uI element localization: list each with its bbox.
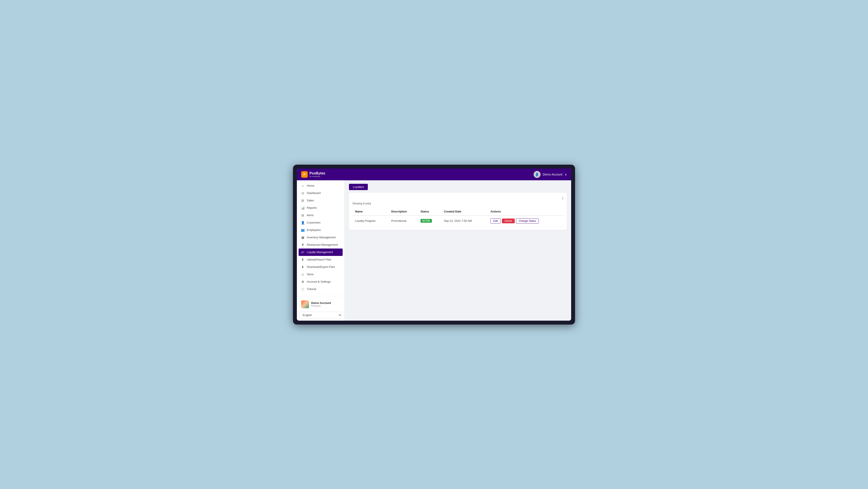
sidebar-item-download[interactable]: ⬇ Download/Export Files <box>297 263 344 271</box>
sidebar-label-home: Home <box>307 184 314 187</box>
col-status: Status <box>418 208 441 215</box>
home-icon: ⌂ <box>301 184 305 188</box>
edit-button[interactable]: Edit <box>490 218 501 224</box>
account-icon: ⚙ <box>301 280 305 284</box>
upload-icon: ⬆ <box>301 258 305 261</box>
sidebar-item-loyalty[interactable]: 🏷 Loyalty Management <box>299 249 343 256</box>
cell-actions: Edit Delete Change Status <box>488 215 563 226</box>
screen-wrapper: P PosBytes for everyone 👤 Demo Account ∨… <box>293 165 575 324</box>
actions-cell: Edit Delete Change Status <box>490 218 561 224</box>
restaurant-icon: ⁋ <box>301 243 305 247</box>
reports-icon: 📊 <box>301 206 305 210</box>
sidebar-label-store: Store <box>307 272 314 276</box>
sidebar-item-inventory[interactable]: ▦ Inventory Management <box>297 234 344 241</box>
logo-area: P PosBytes for everyone <box>301 171 325 178</box>
sidebar-label-download: Download/Export Files <box>307 265 335 268</box>
demo-tier: Premium <box>311 305 331 307</box>
table-row: Loyalty Program Promotional ACTIVE Sep 2… <box>352 215 563 226</box>
store-icon: ◇ <box>301 272 305 276</box>
col-description: Description <box>389 208 418 215</box>
dashboard-icon: ◷ <box>301 192 305 195</box>
showing-count: 1 <box>363 202 365 205</box>
table-body: Loyalty Program Promotional ACTIVE Sep 2… <box>352 215 563 226</box>
sidebar-item-reports[interactable]: 📊 Reports <box>297 204 344 211</box>
demo-avatar <box>301 300 309 308</box>
loyalty-icon: 🏷 <box>301 251 305 254</box>
sidebar-label-restaurant: Restaurant Management <box>307 243 338 246</box>
user-name-top: Demo Account <box>543 173 562 176</box>
table-header: Name Description Status Created Date Act… <box>352 208 563 215</box>
sidebar-label-items: Items <box>307 213 314 217</box>
sidebar-footer: Demo Account Premium English Spanish Fre… <box>297 296 344 321</box>
cell-name: Loyalty Program <box>352 215 389 226</box>
main-content: Loyalties ℹ Showing 1 entry Name Descrip… <box>345 180 571 321</box>
app-container: P PosBytes for everyone 👤 Demo Account ∨… <box>297 169 571 321</box>
demo-info: Demo Account Premium <box>311 301 331 307</box>
top-nav: P PosBytes for everyone 👤 Demo Account ∨ <box>297 169 571 180</box>
cell-description: Promotional <box>389 215 418 226</box>
sidebar-nav: ⌂ Home ◷ Dashboard ⊟ Sales 📊 Reports <box>297 180 344 296</box>
user-chevron-icon: ∨ <box>565 173 567 176</box>
content-card: ℹ Showing 1 entry Name Description Statu… <box>349 193 567 230</box>
tab-bar: Loyalties <box>349 184 567 190</box>
logo-text-block: PosBytes for everyone <box>309 171 325 177</box>
info-icon[interactable]: ℹ <box>562 196 563 200</box>
sidebar-item-upload[interactable]: ⬆ Upload/Import Files <box>297 256 344 263</box>
demo-account-box: Demo Account Premium <box>300 299 342 310</box>
sidebar-label-upload: Upload/Import Files <box>307 258 331 261</box>
loyalties-table: Name Description Status Created Date Act… <box>352 208 563 226</box>
loyalties-tab[interactable]: Loyalties <box>349 184 368 190</box>
user-avatar-top: 👤 <box>534 171 540 178</box>
col-name: Name <box>352 208 389 215</box>
info-row: ℹ <box>352 196 563 200</box>
status-badge: ACTIVE <box>421 219 432 223</box>
demo-name: Demo Account <box>311 301 331 305</box>
sidebar-label-loyalty: Loyalty Management <box>307 251 333 254</box>
app-name: PosBytes <box>309 171 325 175</box>
customers-icon: 👤 <box>301 221 305 224</box>
cell-created-date: Sep 22, 2022 7:50 AM <box>441 215 488 226</box>
sidebar-label-account: Account & Settings <box>307 280 331 283</box>
sidebar-item-items[interactable]: ⊟ Items <box>297 211 344 219</box>
language-select[interactable]: English Spanish French German <box>300 312 342 318</box>
showing-text: Showing 1 entry <box>352 202 563 205</box>
sidebar-label-reports: Reports <box>307 206 317 209</box>
sidebar: ⌂ Home ◷ Dashboard ⊟ Sales 📊 Reports <box>297 180 345 321</box>
download-icon: ⬇ <box>301 265 305 269</box>
sidebar-label-sales: Sales <box>307 199 314 202</box>
sidebar-item-store[interactable]: ◇ Store <box>297 271 344 278</box>
sidebar-item-account[interactable]: ⚙ Account & Settings <box>297 278 344 285</box>
cell-status: ACTIVE <box>418 215 441 226</box>
sidebar-label-tutorial: Tutorial <box>307 287 316 291</box>
employees-icon: 👥 <box>301 228 305 232</box>
sidebar-item-employees[interactable]: 👥 Employees <box>297 226 344 234</box>
items-icon: ⊟ <box>301 213 305 217</box>
sidebar-label-customers: Customers <box>307 221 320 224</box>
col-created-date: Created Date <box>441 208 488 215</box>
body-layout: ⌂ Home ◷ Dashboard ⊟ Sales 📊 Reports <box>297 180 571 321</box>
sidebar-label-inventory: Inventory Management <box>307 236 336 239</box>
change-status-button[interactable]: Change Status <box>516 218 539 224</box>
sales-icon: ⊟ <box>301 199 305 202</box>
sidebar-label-dashboard: Dashboard <box>307 192 321 195</box>
delete-button[interactable]: Delete <box>502 219 515 223</box>
sidebar-item-home[interactable]: ⌂ Home <box>297 182 344 190</box>
logo-icon: P <box>301 171 308 178</box>
sidebar-label-employees: Employees <box>307 228 321 232</box>
sidebar-item-customers[interactable]: 👤 Customers <box>297 219 344 226</box>
inventory-icon: ▦ <box>301 236 305 239</box>
sidebar-item-restaurant[interactable]: ⁋ Restaurant Management <box>297 241 344 249</box>
user-area-top[interactable]: 👤 Demo Account ∨ <box>534 171 567 178</box>
sidebar-item-dashboard[interactable]: ◷ Dashboard <box>297 190 344 197</box>
tutorial-icon: □ <box>301 287 305 291</box>
sidebar-item-tutorial[interactable]: □ Tutorial <box>297 285 344 293</box>
app-subtitle: for everyone <box>309 175 325 177</box>
col-actions: Actions <box>488 208 563 215</box>
sidebar-item-sales[interactable]: ⊟ Sales <box>297 197 344 204</box>
